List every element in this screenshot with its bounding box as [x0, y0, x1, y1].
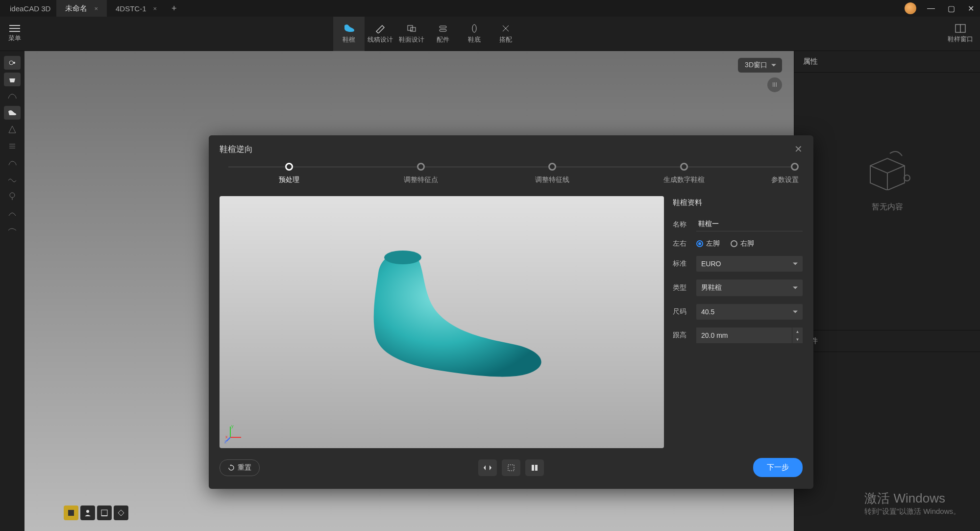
- dialog-close-icon[interactable]: ✕: [794, 143, 803, 155]
- dialog-reverse-last: 鞋楦逆向 ✕ 预处理 调整特征点 调整特征线: [209, 135, 813, 489]
- step-circle-icon: [548, 163, 556, 171]
- view-icon: [7, 59, 17, 67]
- step-1[interactable]: 预处理: [223, 163, 355, 184]
- wave-icon: [7, 177, 17, 182]
- step-label: 调整特征点: [404, 176, 438, 184]
- name-input[interactable]: [696, 217, 803, 231]
- step-4[interactable]: 生成数字鞋楦: [618, 163, 750, 184]
- spinner-down-icon[interactable]: ▼: [792, 335, 803, 343]
- svg-rect-1: [411, 27, 416, 31]
- foot-tool-2[interactable]: [502, 459, 520, 476]
- document-tab-1[interactable]: 未命名 ×: [56, 0, 107, 17]
- minimize-icon[interactable]: —: [925, 4, 937, 13]
- bottom-tool-1[interactable]: [64, 506, 78, 520]
- step-label: 预处理: [279, 176, 299, 184]
- toolbar-item-sole[interactable]: 鞋底: [459, 17, 490, 51]
- foot-center-tools: [478, 459, 544, 476]
- bottom-tool-3[interactable]: [97, 506, 112, 520]
- radio-right-foot[interactable]: 右脚: [731, 239, 754, 248]
- properties-header[interactable]: 属性: [794, 51, 980, 73]
- empty-text: 暂无内容: [872, 202, 903, 212]
- user-avatar[interactable]: [905, 2, 916, 14]
- viewport-3d[interactable]: 3D窗口 III 鞋楦逆向 ✕ 预处理: [24, 51, 794, 531]
- document-tab-2[interactable]: 4DSTC-1 ×: [107, 0, 166, 17]
- left-tool-10[interactable]: [4, 206, 21, 220]
- close-icon[interactable]: ✕: [966, 4, 976, 13]
- toolbar-item-parts[interactable]: 配件: [427, 17, 459, 51]
- shoe-last-icon: [343, 24, 355, 33]
- svg-point-11: [384, 251, 421, 264]
- watermark-line2: 转到"设置"以激活 Windows。: [864, 507, 960, 516]
- foot-tool-3[interactable]: [525, 459, 544, 476]
- label-type: 类型: [673, 283, 696, 292]
- svg-text:x: x: [225, 434, 228, 439]
- curve-icon: [8, 209, 17, 217]
- toolbar-item-match[interactable]: 搭配: [490, 17, 521, 51]
- step-label: 调整特征线: [535, 176, 569, 184]
- radio-left-foot[interactable]: 左脚: [696, 239, 720, 248]
- toolbar-item-last[interactable]: 鞋楦: [333, 17, 365, 51]
- toolbar-label: 配件: [437, 35, 449, 44]
- toolbar-item-line[interactable]: 线稿设计: [365, 17, 396, 51]
- left-tool-7[interactable]: [4, 156, 21, 170]
- parts-header[interactable]: 部件: [794, 330, 980, 352]
- next-button[interactable]: 下一步: [753, 458, 803, 477]
- toolbar-item-window[interactable]: 鞋样窗口: [941, 24, 980, 44]
- toolbar-label: 鞋样窗口: [948, 35, 973, 44]
- svg-rect-20: [535, 465, 538, 471]
- left-tool-1[interactable]: [4, 56, 21, 70]
- left-tool-4[interactable]: [4, 106, 21, 120]
- left-tool-3[interactable]: [4, 89, 21, 103]
- step-3[interactable]: 调整特征线: [487, 163, 618, 184]
- add-tab-button[interactable]: +: [166, 3, 183, 14]
- bulb-icon: [9, 192, 16, 201]
- standard-select[interactable]: EURO: [696, 256, 803, 272]
- left-tool-11[interactable]: [4, 223, 21, 236]
- left-tool-6[interactable]: [4, 139, 21, 153]
- bottom-tool-2[interactable]: [80, 506, 95, 520]
- left-tool-8[interactable]: [4, 173, 21, 186]
- row-heel: 跟高 ▲ ▼: [673, 328, 803, 343]
- person-icon: [83, 508, 92, 517]
- heel-icon: [7, 93, 17, 100]
- align-icon: [530, 463, 539, 472]
- size-select[interactable]: 40.5: [696, 304, 803, 320]
- svg-text:z: z: [224, 439, 227, 443]
- step-label: 生成数字鞋楦: [663, 176, 705, 184]
- bottom-tool-4[interactable]: [114, 506, 128, 520]
- left-tool-2[interactable]: [4, 73, 21, 86]
- left-tool-column: [0, 51, 24, 531]
- tab-close-icon[interactable]: ×: [153, 5, 157, 12]
- menu-button[interactable]: 菜单: [0, 25, 29, 43]
- watermark-line1: 激活 Windows: [864, 490, 960, 507]
- heel-spinner: ▲ ▼: [696, 328, 803, 343]
- toolbar-label: 鞋楦: [343, 35, 355, 44]
- left-tool-5[interactable]: [4, 123, 21, 136]
- step-5[interactable]: 参数设置: [750, 163, 799, 184]
- step-bar: 预处理 调整特征点 调整特征线 生成数字鞋楦: [209, 159, 813, 196]
- preview-3d[interactable]: x y z: [220, 196, 664, 448]
- lines-icon: [8, 142, 17, 150]
- svg-rect-2: [440, 26, 446, 28]
- foot-icon: [7, 227, 17, 232]
- heel-input[interactable]: [696, 328, 792, 343]
- tab-close-icon[interactable]: ×: [94, 5, 98, 12]
- form-section-title: 鞋楦资料: [673, 198, 803, 207]
- maximize-icon[interactable]: ▢: [946, 4, 957, 13]
- left-tool-9[interactable]: [4, 189, 21, 203]
- reset-button[interactable]: 重置: [220, 459, 260, 476]
- hamburger-icon: [9, 25, 20, 32]
- properties-body: 暂无内容: [794, 73, 980, 330]
- step-line: [228, 167, 794, 167]
- sole-small-icon: [7, 159, 17, 166]
- select-value: EURO: [701, 260, 721, 268]
- match-icon: [500, 24, 512, 33]
- type-select[interactable]: 男鞋楦: [696, 279, 803, 296]
- row-type: 类型 男鞋楦: [673, 279, 803, 296]
- spinner-up-icon[interactable]: ▲: [792, 328, 803, 335]
- foot-tool-1[interactable]: [478, 459, 497, 476]
- radio-label: 右脚: [740, 239, 754, 248]
- step-2[interactable]: 调整特征点: [355, 163, 487, 184]
- svg-point-7: [9, 61, 13, 65]
- toolbar-item-design[interactable]: 鞋面设计: [396, 17, 427, 51]
